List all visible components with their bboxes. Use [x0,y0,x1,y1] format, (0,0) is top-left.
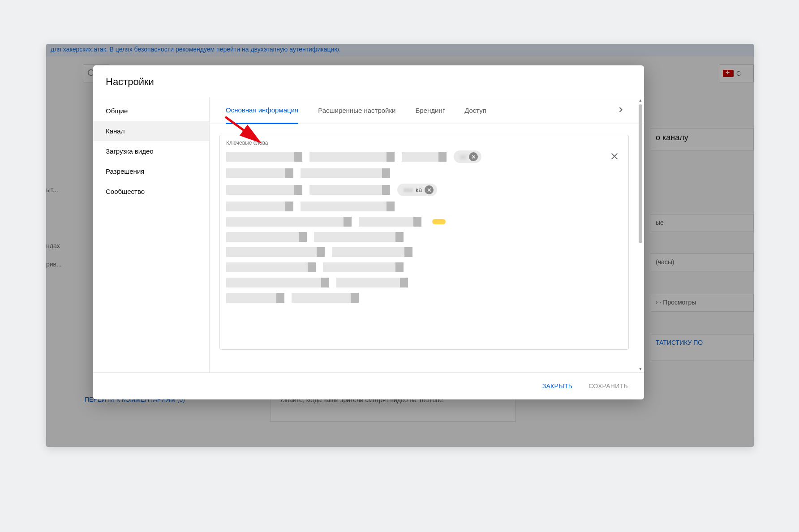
screenshot-frame: для хакерских атак. В целях безопасности… [46,44,754,447]
keywords-field[interactable]: Ключевые слова xx✕ xxxка✕ [219,135,629,350]
sidebar-item-channel[interactable]: Канал [93,121,209,141]
dialog-footer: ЗАКРЫТЬ СОХРАНИТЬ [93,372,644,399]
chip-text-tail: ка [416,186,422,193]
settings-main: Основная информация Расширенные настройк… [210,97,644,372]
scrollbar[interactable]: ▲ ▼ [638,98,643,371]
chip-remove-icon[interactable]: ✕ [425,185,434,194]
close-button[interactable]: ЗАКРЫТЬ [537,379,578,393]
keyword-chip[interactable]: xxxка✕ [397,184,437,196]
keyword-chip[interactable]: xx✕ [454,150,481,163]
sidebar-item-upload[interactable]: Загрузка видео [93,141,209,161]
tab-basic-info[interactable]: Основная информация [226,97,298,124]
sidebar-item-general[interactable]: Общие [93,101,209,121]
settings-sidebar: Общие Канал Загрузка видео Разрешения Со… [93,97,210,372]
keywords-label: Ключевые слова [226,140,622,146]
settings-dialog: Настройки Общие Канал Загрузка видео Раз… [93,65,644,399]
tab-branding[interactable]: Брендинг [415,98,445,123]
dialog-body: Общие Канал Загрузка видео Разрешения Со… [93,97,644,372]
keyword-chips: xx✕ xxxка✕ [226,150,622,303]
tabs-scroll-right[interactable] [614,103,628,119]
scroll-up-arrow[interactable]: ▲ [638,98,643,103]
close-icon [610,151,619,161]
dialog-title: Настройки [93,65,644,97]
keywords-clear-button[interactable] [607,149,622,166]
sidebar-item-community[interactable]: Сообщество [93,181,209,202]
tab-advanced[interactable]: Расширенные настройки [318,98,395,123]
chip-remove-icon[interactable]: ✕ [469,152,478,161]
tab-access[interactable]: Доступ [464,98,486,123]
scroll-thumb[interactable] [639,104,642,243]
scroll-down-arrow[interactable]: ▼ [638,367,643,371]
highlight-marker [432,219,446,224]
tabs-row: Основная информация Расширенные настройк… [210,97,644,124]
sidebar-item-permissions[interactable]: Разрешения [93,161,209,181]
chevron-right-icon [616,105,625,114]
save-button[interactable]: СОХРАНИТЬ [583,379,633,393]
